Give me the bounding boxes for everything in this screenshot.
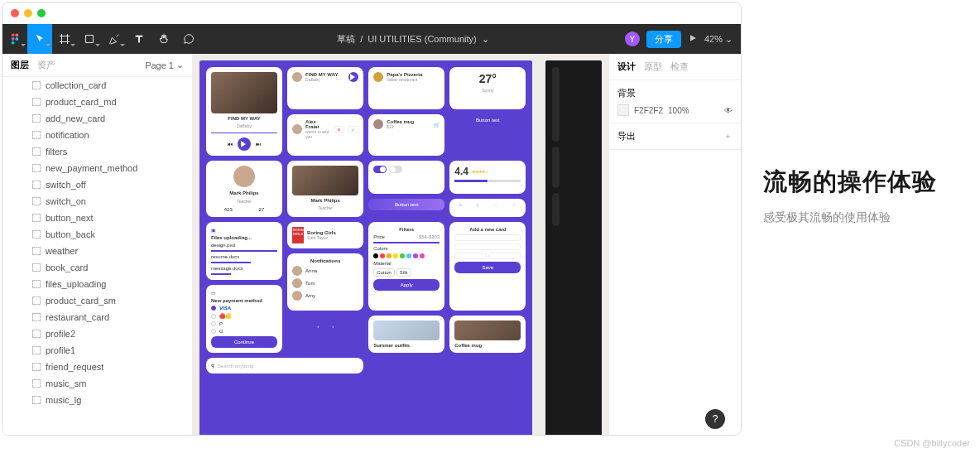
home-icon[interactable]: ⌂	[459, 202, 462, 214]
heart-icon[interactable]: ♡	[493, 202, 497, 214]
breadcrumb-file[interactable]: UI UTILITIES (Community)	[368, 34, 476, 44]
cart-icon[interactable]: 🛒	[434, 122, 440, 128]
book-card[interactable]: BORING GIRLSBoring GirlsSara Taylor	[287, 222, 363, 248]
tab-inspect[interactable]: 检查	[670, 60, 689, 73]
layer-profile1[interactable]: profile1	[2, 342, 192, 359]
toolbar-title[interactable]: 草稿 / UI UTILITIES (Community) ⌄	[201, 33, 625, 46]
user-avatar[interactable]: Y	[625, 31, 640, 46]
card-name-input[interactable]	[454, 243, 521, 250]
layer-music_lg[interactable]: music_lg	[2, 392, 192, 408]
expiry-input[interactable]	[454, 253, 487, 259]
radio-visa[interactable]	[211, 306, 216, 311]
new-payment-card[interactable]: ▭ New payment method VISA 🔴🟡 P G Continu…	[206, 285, 282, 353]
layer-add_new_card[interactable]: add_new_card	[2, 110, 192, 127]
pen-tool-button[interactable]	[102, 24, 127, 54]
chevron-down-icon[interactable]: ⌄	[482, 34, 489, 45]
save-button[interactable]: Save	[454, 262, 521, 273]
zoom-selector[interactable]: 42% ⌄	[704, 34, 733, 45]
search-icon[interactable]: ⚲	[476, 202, 479, 214]
maximize-dot[interactable]	[37, 9, 46, 17]
layer-button_next[interactable]: button_next	[2, 210, 192, 226]
radio-g[interactable]	[211, 329, 216, 334]
nav-bar-card[interactable]: ⌂⚲♡☺	[449, 199, 526, 218]
eye-icon[interactable]: 👁	[724, 106, 733, 115]
close-dot[interactable]	[11, 9, 19, 17]
switch-off[interactable]	[389, 166, 402, 173]
weather-card[interactable]: 27° Sunny	[449, 67, 526, 109]
tab-layers[interactable]: 图层	[11, 59, 29, 71]
rating-card[interactable]: 4.4★★★★☆	[449, 161, 526, 194]
layer-button_back[interactable]: button_back	[2, 226, 192, 243]
move-tool-button[interactable]	[27, 24, 52, 54]
cvv-input[interactable]	[488, 253, 521, 259]
help-button[interactable]: ?	[705, 409, 725, 429]
button-text-1[interactable]: Button text	[449, 114, 526, 126]
layer-filters[interactable]: filters	[2, 143, 192, 160]
tab-design[interactable]: 设计	[617, 60, 636, 73]
filters-card[interactable]: Filters Price$54-$203 Colors Material Co…	[368, 222, 444, 311]
share-button[interactable]: 分享	[646, 31, 681, 48]
play-icon[interactable]	[348, 72, 358, 82]
tab-assets[interactable]: 资产	[37, 59, 55, 71]
price-slider[interactable]	[373, 242, 440, 243]
files-uploading-card[interactable]: ▣ Files uploading... design.psd resume.d…	[206, 222, 282, 280]
layer-profile2[interactable]: profile2	[2, 325, 192, 342]
prev-icon[interactable]: ⏮	[228, 142, 233, 147]
layer-collection_card[interactable]: collection_card	[2, 77, 192, 94]
switches-card[interactable]	[368, 161, 444, 194]
layer-switch_on[interactable]: switch_on	[2, 193, 192, 210]
layer-files_uploading[interactable]: files_uploading	[2, 276, 192, 292]
play-button[interactable]	[238, 137, 251, 151]
layer-notification[interactable]: notification	[2, 127, 192, 143]
canvas[interactable]: FIND MY WAY DaBaby ⏮ ⏭ FIND MY WAYDaBaby…	[193, 54, 608, 435]
layer-switch_off[interactable]: switch_off	[2, 176, 192, 193]
product-md-card[interactable]: Coffee mug	[449, 316, 526, 353]
text-tool-button[interactable]	[127, 24, 151, 54]
comment-tool-button[interactable]	[176, 24, 201, 54]
bg-color-swatch[interactable]	[617, 104, 629, 116]
color-options[interactable]	[373, 253, 440, 258]
page-selector[interactable]: Page 1⌄	[145, 59, 184, 71]
layer-music_sm[interactable]: music_sm	[2, 375, 192, 392]
notifications-card[interactable]: Notifications Anna Tom Amy	[287, 253, 363, 311]
collection-card[interactable]: Summer outfits	[368, 316, 444, 353]
tab-prototype[interactable]: 原型	[644, 60, 662, 73]
decline-button[interactable]: ✕	[334, 126, 344, 133]
layer-book_card[interactable]: book_card	[2, 259, 192, 276]
main-menu-button[interactable]	[2, 24, 27, 54]
friend-request-card[interactable]: Alex Fraiarwants to add you✕✓	[287, 114, 363, 156]
layer-new_payment_method[interactable]: new_payment_method	[2, 160, 192, 176]
add-new-card[interactable]: Add a new card Save	[449, 222, 526, 311]
radio-mc[interactable]	[211, 314, 216, 319]
shape-tool-button[interactable]	[77, 24, 102, 54]
search-bar[interactable]: ⚲ Search anything	[206, 358, 363, 373]
switch-on[interactable]	[373, 166, 387, 173]
layer-friend_request[interactable]: friend_request	[2, 359, 192, 375]
product-sm-card[interactable]: Coffee mug$19🛒	[368, 114, 444, 156]
layer-product_card_md[interactable]: product_card_md	[2, 94, 192, 110]
radio-pp[interactable]	[211, 321, 216, 326]
layer-product_card_sm[interactable]: product_card_sm	[2, 292, 192, 309]
add-export-button[interactable]: ＋	[723, 130, 733, 142]
continue-button[interactable]: Continue	[211, 336, 277, 348]
next-icon[interactable]: ⏭	[256, 142, 261, 147]
frame-tool-button[interactable]	[52, 24, 77, 54]
hand-tool-button[interactable]	[151, 24, 176, 54]
bg-color-hex[interactable]: F2F2F2	[634, 106, 663, 115]
back-button[interactable]: ‹	[312, 320, 324, 332]
present-button[interactable]	[688, 33, 698, 45]
music-lg-card[interactable]: FIND MY WAY DaBaby ⏮ ⏭	[206, 67, 282, 156]
layer-weather[interactable]: weather	[2, 243, 192, 259]
music-sm-card[interactable]: FIND MY WAYDaBaby	[287, 67, 363, 109]
restaurant-card[interactable]: Papa's PizzeriaItalian restaurant	[368, 67, 444, 109]
accept-button[interactable]: ✓	[348, 126, 358, 133]
minimize-dot[interactable]	[24, 9, 32, 17]
apply-button[interactable]: Apply	[373, 279, 440, 291]
card-number-input[interactable]	[454, 234, 521, 241]
layer-restaurant_card[interactable]: restaurant_card	[2, 309, 192, 325]
user-icon[interactable]: ☺	[512, 202, 516, 214]
profile2-card[interactable]: Mark Philips Teacher	[287, 161, 363, 217]
profile1-card[interactable]: Mark Philips Teacher 42327	[206, 161, 282, 217]
button-text-2[interactable]: Button text	[368, 199, 444, 210]
bg-opacity-value[interactable]: 100%	[668, 106, 689, 115]
